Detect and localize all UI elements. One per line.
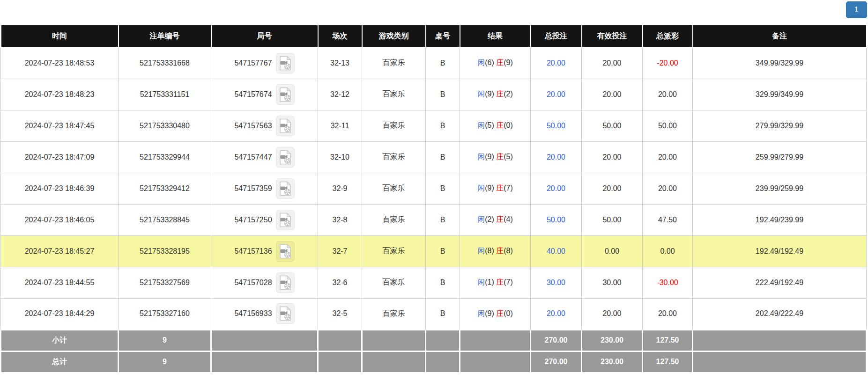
cell-payout: 20.00 [643, 141, 693, 173]
subtotal-count: 9 [119, 330, 211, 351]
result-banker-score: (0) [504, 121, 513, 129]
cell-valid-bet: 50.00 [582, 110, 643, 141]
round-id-text: 547157359 [234, 184, 272, 193]
result-player-score: (8) [485, 247, 494, 255]
result-player-score: (9) [485, 184, 494, 192]
cell-round-id: 547157136 [211, 235, 318, 267]
col-header-session: 场次 [318, 25, 362, 47]
round-id-text: 547157028 [234, 278, 272, 287]
cell-total-bet[interactable]: 40.00 [531, 235, 582, 267]
summary-empty-cell [693, 351, 867, 373]
page-button-1[interactable]: 1 [846, 1, 867, 18]
cell-time: 2024-07-23 18:47:09 [1, 141, 119, 173]
result-player-score: (2) [485, 215, 494, 223]
cell-session: 32-9 [318, 173, 362, 204]
cell-bet-id: 521753327569 [119, 267, 211, 298]
round-id-text: 547157250 [234, 216, 272, 224]
video-replay-icon [279, 150, 292, 165]
result-banker-score: (8) [504, 247, 513, 255]
cell-valid-bet: 20.00 [582, 47, 643, 79]
cell-valid-bet: 20.00 [582, 298, 643, 330]
cell-valid-bet: 0.00 [582, 235, 643, 267]
cell-result: 闲(8) 庄(8) [460, 235, 531, 267]
total-payout: 127.50 [643, 351, 693, 373]
cell-game-type: 百家乐 [362, 235, 426, 267]
video-replay-button[interactable] [276, 116, 295, 136]
cell-time: 2024-07-23 18:46:05 [1, 204, 119, 235]
summary-empty-cell [693, 330, 867, 351]
cell-payout: -30.00 [643, 267, 693, 298]
total-total-bet: 270.00 [531, 351, 582, 373]
cell-payout: -20.00 [643, 47, 693, 79]
cell-valid-bet: 30.00 [582, 267, 643, 298]
cell-payout: 0.00 [643, 235, 693, 267]
cell-round-id: 547157359 [211, 173, 318, 204]
result-banker-score: (4) [504, 215, 513, 223]
cell-payout: 20.00 [643, 298, 693, 330]
cell-game-type: 百家乐 [362, 79, 426, 110]
result-player-score: (9) [485, 90, 494, 98]
cell-total-bet[interactable]: 20.00 [531, 298, 582, 330]
cell-bet-id: 521753330480 [119, 110, 211, 141]
video-replay-button[interactable] [276, 241, 295, 262]
col-header-valid-bet: 有效投注 [582, 25, 643, 47]
result-player-score: (1) [485, 278, 494, 286]
video-replay-button[interactable] [276, 53, 295, 73]
summary-empty-cell [362, 330, 426, 351]
result-player-label: 闲 [477, 90, 485, 98]
cell-total-bet[interactable]: 20.00 [531, 79, 582, 110]
cell-result: 闲(1) 庄(7) [460, 267, 531, 298]
table-row: 2024-07-23 18:46:05 521753328845 5471572… [1, 204, 867, 235]
summary-empty-cell [318, 351, 362, 373]
result-banker-label: 庄 [496, 153, 504, 161]
cell-table-no: B [426, 110, 460, 141]
table-row: 2024-07-23 18:46:39 521753329412 5471573… [1, 173, 867, 204]
cell-result: 闲(5) 庄(0) [460, 110, 531, 141]
cell-payout: 50.00 [643, 110, 693, 141]
total-row: 总计 9 270.00 230.00 127.50 [1, 351, 867, 373]
cell-session: 32-13 [318, 47, 362, 79]
col-header-payout: 总派彩 [643, 25, 693, 47]
cell-session: 32-7 [318, 235, 362, 267]
cell-remark: 259.99/279.99 [693, 141, 867, 173]
cell-total-bet[interactable]: 20.00 [531, 47, 582, 79]
round-id-text: 547157136 [234, 247, 272, 256]
video-replay-button[interactable] [276, 178, 295, 199]
video-replay-icon [279, 306, 292, 321]
cell-table-no: B [426, 79, 460, 110]
video-replay-button[interactable] [276, 303, 295, 324]
cell-total-bet[interactable]: 50.00 [531, 110, 582, 141]
result-player-label: 闲 [477, 153, 485, 161]
result-player-label: 闲 [477, 309, 485, 317]
cell-total-bet[interactable]: 30.00 [531, 267, 582, 298]
cell-total-bet[interactable]: 20.00 [531, 141, 582, 173]
cell-total-bet[interactable]: 50.00 [531, 204, 582, 235]
cell-game-type: 百家乐 [362, 141, 426, 173]
cell-time: 2024-07-23 18:45:27 [1, 235, 119, 267]
video-replay-button[interactable] [276, 84, 295, 105]
cell-table-no: B [426, 267, 460, 298]
table-row: 2024-07-23 18:48:23 521753331151 5471576… [1, 79, 867, 110]
video-replay-button[interactable] [276, 210, 295, 230]
table-row: 2024-07-23 18:44:29 521753327160 5471569… [1, 298, 867, 330]
result-banker-score: (9) [504, 59, 513, 66]
cell-bet-id: 521753328845 [119, 204, 211, 235]
result-player-score: (9) [485, 309, 494, 317]
cell-result: 闲(2) 庄(4) [460, 204, 531, 235]
result-banker-score: (2) [504, 90, 513, 98]
summary-empty-cell [362, 351, 426, 373]
cell-remark: 192.49/192.49 [693, 235, 867, 267]
result-banker-label: 庄 [496, 90, 504, 98]
video-replay-button[interactable] [276, 147, 295, 168]
col-header-table-no: 桌号 [426, 25, 460, 47]
video-replay-button[interactable] [276, 272, 295, 293]
col-header-bet-id: 注单编号 [119, 25, 211, 47]
cell-session: 32-12 [318, 79, 362, 110]
cell-time: 2024-07-23 18:47:45 [1, 110, 119, 141]
col-header-round-id: 局号 [211, 25, 318, 47]
cell-remark: 329.99/349.99 [693, 79, 867, 110]
cell-table-no: B [426, 47, 460, 79]
subtotal-total-bet: 270.00 [531, 330, 582, 351]
cell-total-bet[interactable]: 20.00 [531, 173, 582, 204]
cell-result: 闲(9) 庄(7) [460, 173, 531, 204]
